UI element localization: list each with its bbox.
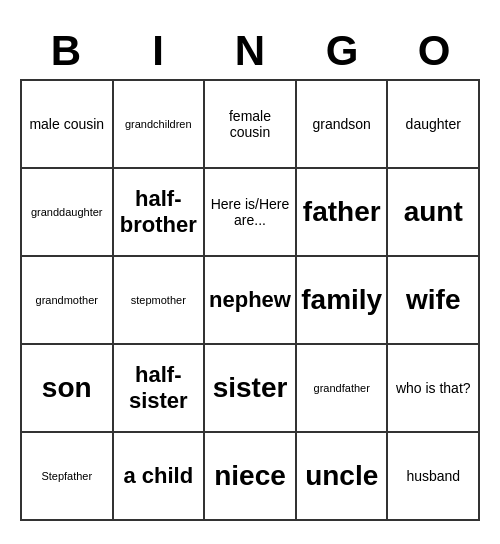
header-letter: O — [388, 23, 480, 79]
cell-text: father — [303, 196, 381, 228]
bingo-cell: grandfather — [297, 345, 389, 433]
cell-text: wife — [406, 284, 460, 316]
cell-text: stepmother — [131, 294, 186, 306]
cell-text: grandfather — [314, 382, 370, 394]
cell-text: nephew — [209, 287, 291, 313]
cell-text: husband — [406, 468, 460, 484]
cell-text: Stepfather — [41, 470, 92, 482]
cell-text: grandchildren — [125, 118, 192, 130]
bingo-cell: son — [22, 345, 114, 433]
cell-text: half-sister — [118, 362, 200, 414]
cell-text: female cousin — [209, 108, 291, 140]
bingo-cell: wife — [388, 257, 480, 345]
bingo-cell: grandmother — [22, 257, 114, 345]
cell-text: uncle — [305, 460, 378, 492]
bingo-cell: nephew — [205, 257, 297, 345]
bingo-cell: a child — [114, 433, 206, 521]
bingo-cell: male cousin — [22, 81, 114, 169]
header-letter: G — [296, 23, 388, 79]
header-letter: I — [112, 23, 204, 79]
bingo-cell: grandson — [297, 81, 389, 169]
bingo-header: BINGO — [20, 23, 480, 79]
bingo-cell: half-brother — [114, 169, 206, 257]
bingo-cell: father — [297, 169, 389, 257]
bingo-cell: grandchildren — [114, 81, 206, 169]
header-letter: B — [20, 23, 112, 79]
bingo-cell: half-sister — [114, 345, 206, 433]
bingo-cell: Here is/Here are... — [205, 169, 297, 257]
cell-text: who is that? — [396, 380, 471, 396]
cell-text: granddaughter — [31, 206, 103, 218]
cell-text: niece — [214, 460, 286, 492]
cell-text: Here is/Here are... — [209, 196, 291, 228]
cell-text: son — [42, 372, 92, 404]
bingo-cell: daughter — [388, 81, 480, 169]
bingo-cell: uncle — [297, 433, 389, 521]
cell-text: male cousin — [29, 116, 104, 132]
bingo-cell: aunt — [388, 169, 480, 257]
bingo-cell: niece — [205, 433, 297, 521]
bingo-grid: male cousingrandchildrenfemale cousingra… — [20, 79, 480, 521]
cell-text: grandson — [313, 116, 371, 132]
cell-text: family — [301, 284, 382, 316]
cell-text: half-brother — [118, 186, 200, 238]
bingo-cell: stepmother — [114, 257, 206, 345]
cell-text: sister — [213, 372, 288, 404]
bingo-cell: who is that? — [388, 345, 480, 433]
bingo-cell: female cousin — [205, 81, 297, 169]
header-letter: N — [204, 23, 296, 79]
bingo-cell: Stepfather — [22, 433, 114, 521]
bingo-cell: family — [297, 257, 389, 345]
cell-text: aunt — [404, 196, 463, 228]
cell-text: grandmother — [36, 294, 98, 306]
bingo-card: BINGO male cousingrandchildrenfemale cou… — [10, 13, 490, 531]
bingo-cell: sister — [205, 345, 297, 433]
bingo-cell: husband — [388, 433, 480, 521]
cell-text: daughter — [406, 116, 461, 132]
cell-text: a child — [123, 463, 193, 489]
bingo-cell: granddaughter — [22, 169, 114, 257]
